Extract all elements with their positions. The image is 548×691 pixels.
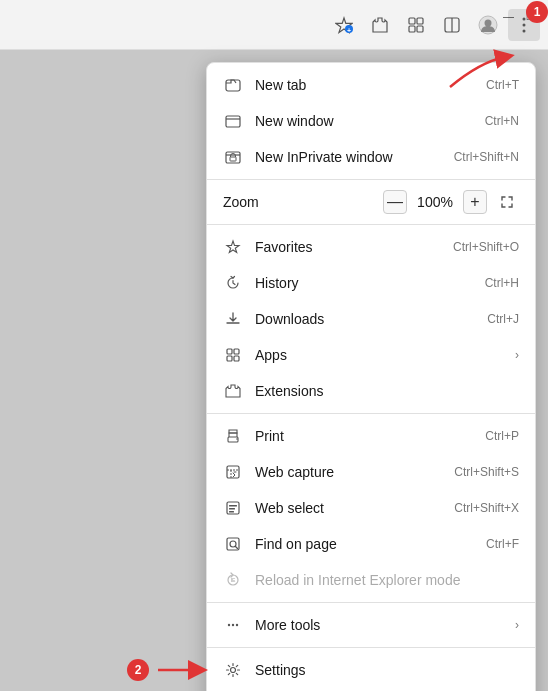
settings-label: Settings <box>255 662 519 678</box>
web-capture-icon <box>223 462 243 482</box>
svg-point-33 <box>228 624 230 626</box>
find-on-page-icon <box>223 534 243 554</box>
zoom-in-button[interactable]: + <box>463 190 487 214</box>
svg-rect-21 <box>227 356 232 361</box>
svg-point-11 <box>523 23 526 26</box>
find-on-page-label: Find on page <box>255 536 486 552</box>
new-tab-label: New tab <box>255 77 486 93</box>
svg-rect-20 <box>234 349 239 354</box>
web-capture-label: Web capture <box>255 464 454 480</box>
favorites-menu-icon <box>223 237 243 257</box>
print-icon <box>223 426 243 446</box>
downloads-shortcut: Ctrl+J <box>487 312 519 326</box>
svg-rect-13 <box>226 80 240 91</box>
svg-rect-29 <box>229 511 234 513</box>
context-menu: New tab Ctrl+T New window Ctrl+N New InP… <box>206 62 536 691</box>
downloads-icon <box>223 309 243 329</box>
svg-rect-27 <box>229 505 237 507</box>
menu-item-reload-ie: IE Reload in Internet Explorer mode <box>207 562 535 598</box>
zoom-row: Zoom — 100% + <box>207 184 535 220</box>
svg-rect-18 <box>230 157 236 161</box>
inprivate-icon <box>223 147 243 167</box>
zoom-value: 100% <box>415 194 455 210</box>
zoom-fullscreen-button[interactable] <box>495 190 519 214</box>
settings-icon <box>223 660 243 680</box>
history-shortcut: Ctrl+H <box>485 276 519 290</box>
svg-point-9 <box>485 19 492 26</box>
apps-arrow-icon: › <box>515 348 519 362</box>
svg-text:+: + <box>347 26 351 33</box>
divider-3 <box>207 413 535 414</box>
split-icon[interactable] <box>436 9 468 41</box>
svg-rect-28 <box>229 508 235 510</box>
menu-item-print[interactable]: Print Ctrl+P <box>207 418 535 454</box>
divider-2 <box>207 224 535 225</box>
svg-point-36 <box>231 668 236 673</box>
menu-item-new-tab[interactable]: New tab Ctrl+T <box>207 67 535 103</box>
divider-5 <box>207 647 535 648</box>
svg-rect-5 <box>417 26 423 32</box>
svg-rect-22 <box>234 356 239 361</box>
web-capture-shortcut: Ctrl+Shift+S <box>454 465 519 479</box>
divider-1 <box>207 179 535 180</box>
zoom-label: Zoom <box>223 194 383 210</box>
zoom-out-button[interactable]: — <box>383 190 407 214</box>
menu-item-downloads[interactable]: Downloads Ctrl+J <box>207 301 535 337</box>
annotation-1: 1 <box>526 1 548 23</box>
browser-top-bar: — ❐ + <box>0 0 548 50</box>
zoom-plus-icon: + <box>470 193 479 211</box>
menu-item-extensions[interactable]: Extensions <box>207 373 535 409</box>
svg-point-34 <box>232 624 234 626</box>
svg-rect-19 <box>227 349 232 354</box>
web-select-label: Web select <box>255 500 454 516</box>
three-dot-menu-button[interactable]: 1 <box>508 9 540 41</box>
favorites-label: Favorites <box>255 239 453 255</box>
menu-item-web-select[interactable]: Web select Ctrl+Shift+X <box>207 490 535 526</box>
profile-icon[interactable] <box>472 9 504 41</box>
new-window-shortcut: Ctrl+N <box>485 114 519 128</box>
web-select-shortcut: Ctrl+Shift+X <box>454 501 519 515</box>
menu-item-web-capture[interactable]: Web capture Ctrl+Shift+S <box>207 454 535 490</box>
apps-icon <box>223 345 243 365</box>
more-tools-icon <box>223 615 243 635</box>
menu-item-inprivate[interactable]: New InPrivate window Ctrl+Shift+N <box>207 139 535 175</box>
inprivate-shortcut: Ctrl+Shift+N <box>454 150 519 164</box>
apps-label: Apps <box>255 347 507 363</box>
new-tab-shortcut: Ctrl+T <box>486 78 519 92</box>
new-window-icon <box>223 111 243 131</box>
divider-4 <box>207 602 535 603</box>
svg-rect-2 <box>409 18 415 24</box>
history-icon <box>223 273 243 293</box>
tab-icon <box>223 75 243 95</box>
extensions-icon[interactable] <box>364 9 396 41</box>
find-on-page-shortcut: Ctrl+F <box>486 537 519 551</box>
menu-item-apps[interactable]: Apps › <box>207 337 535 373</box>
print-shortcut: Ctrl+P <box>485 429 519 443</box>
menu-item-new-window[interactable]: New window Ctrl+N <box>207 103 535 139</box>
svg-text:IE: IE <box>231 577 236 583</box>
menu-item-favorites[interactable]: Favorites Ctrl+Shift+O <box>207 229 535 265</box>
print-label: Print <box>255 428 485 444</box>
annotation-2-wrapper: 2 <box>127 659 213 681</box>
menu-item-history[interactable]: History Ctrl+H <box>207 265 535 301</box>
downloads-label: Downloads <box>255 311 487 327</box>
collections-icon[interactable] <box>400 9 432 41</box>
svg-rect-4 <box>409 26 415 32</box>
menu-item-find-on-page[interactable]: Find on page Ctrl+F <box>207 526 535 562</box>
svg-point-10 <box>523 17 526 20</box>
annotation-2-circle: 2 <box>127 659 149 681</box>
favorites-shortcut: Ctrl+Shift+O <box>453 240 519 254</box>
zoom-minus-icon: — <box>387 193 403 211</box>
extensions-label: Extensions <box>255 383 519 399</box>
svg-rect-3 <box>417 18 423 24</box>
svg-rect-14 <box>226 116 240 127</box>
web-select-icon <box>223 498 243 518</box>
extensions-menu-icon <box>223 381 243 401</box>
svg-point-35 <box>236 624 238 626</box>
favorites-icon[interactable]: + <box>328 9 360 41</box>
inprivate-label: New InPrivate window <box>255 149 454 165</box>
reload-ie-label: Reload in Internet Explorer mode <box>255 572 519 588</box>
menu-item-more-tools[interactable]: More tools › <box>207 607 535 643</box>
menu-item-settings[interactable]: Settings 2 <box>207 652 535 688</box>
svg-point-24 <box>236 438 238 440</box>
